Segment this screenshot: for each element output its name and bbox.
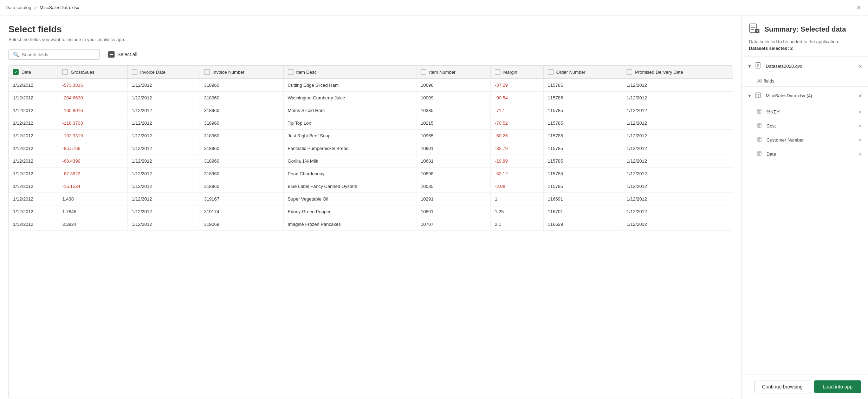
col-checkbox-promiseddeliverydate[interactable] — [627, 69, 632, 75]
table-row: 1/12/2012-102.33191/12/2012318960Just Ri… — [9, 130, 733, 142]
cell-ordernumber: 115785 — [543, 104, 622, 117]
col-header-grosssales[interactable]: GrossSales — [58, 66, 127, 79]
search-input[interactable] — [22, 52, 95, 57]
table-row: 1/12/2012-118.37031/12/2012318960Tip Top… — [9, 117, 733, 130]
cell-invoicenumber: 318960 — [200, 168, 283, 180]
cell-invoicenumber: 319069 — [200, 218, 283, 231]
cell-date: 1/12/2012 — [9, 79, 58, 92]
summary-datasets: Datasets selected: 2 — [749, 46, 861, 51]
col-header-promiseddeliverydate[interactable]: Promised Delivery Date — [622, 66, 733, 79]
field-remove-button[interactable]: ✕ — [858, 123, 862, 129]
cell-itemdesc: Cutting Edge Sliced Ham — [283, 79, 416, 92]
dataset-header-2[interactable]: ▼ MiscSalesData.xlsx (4) ✕ — [742, 87, 868, 105]
cell-itemnumber: 10707 — [416, 218, 491, 231]
cell-itemdesc: Gorilla 1% Milk — [283, 155, 416, 168]
cell-date: 1/12/2012 — [9, 155, 58, 168]
field-remove-button[interactable]: ✕ — [858, 137, 862, 143]
cell-invoicedate: 1/12/2012 — [127, 193, 200, 205]
cell-itemnumber: 10291 — [416, 193, 491, 205]
cell-grosssales: 1.7848 — [58, 205, 127, 218]
col-checkbox-itemdesc[interactable] — [288, 69, 293, 75]
table-row: 1/12/2012-573.38351/12/2012318960Cutting… — [9, 79, 733, 92]
chevron-icon-1: ▼ — [747, 64, 752, 69]
summary-title: Summary: Selected data — [764, 25, 846, 33]
cell-invoicenumber: 318960 — [200, 92, 283, 104]
dataset-close-1[interactable]: ✕ — [858, 64, 862, 69]
col-checkbox-ordernumber[interactable] — [548, 69, 553, 75]
cell-itemdesc: Ebony Green Pepper — [283, 205, 416, 218]
field-remove-button[interactable]: ✕ — [858, 151, 862, 157]
cell-promiseddeliverydate: 1/12/2012 — [622, 79, 733, 92]
col-checkbox-itemnumber[interactable] — [421, 69, 426, 75]
breadcrumb-catalog[interactable]: Data catalog — [6, 5, 31, 10]
cell-grosssales: -102.3319 — [58, 130, 127, 142]
cell-invoicenumber: 319174 — [200, 205, 283, 218]
cell-date: 1/12/2012 — [9, 218, 58, 231]
select-all-icon — [108, 51, 115, 58]
cell-invoicedate: 1/12/2012 — [127, 155, 200, 168]
cell-grosssales: -573.3835 — [58, 79, 127, 92]
cell-invoicenumber: 318960 — [200, 79, 283, 92]
table-row: 1/12/2012-67.38221/12/2012318960Pearl Ch… — [9, 168, 733, 180]
cell-margin: 1.25 — [491, 205, 544, 218]
cell-date: 1/12/2012 — [9, 142, 58, 155]
load-into-app-button[interactable]: Load into app — [814, 380, 861, 393]
cell-ordernumber: 115785 — [543, 130, 622, 142]
col-checkbox-margin[interactable] — [495, 69, 500, 75]
cell-invoicedate: 1/12/2012 — [127, 117, 200, 130]
search-box[interactable]: 🔍 — [8, 49, 100, 60]
cell-itemnumber: 10009 — [416, 92, 491, 104]
col-checkbox-invoicedate[interactable] — [132, 69, 137, 75]
cell-promiseddeliverydate: 1/12/2012 — [622, 142, 733, 155]
col-checkbox-grosssales[interactable] — [62, 69, 68, 75]
cell-invoicedate: 1/12/2012 — [127, 92, 200, 104]
cell-itemdesc: Moms Sliced Ham — [283, 104, 416, 117]
col-header-itemnumber[interactable]: Item Number — [416, 66, 491, 79]
cell-invoicedate: 1/12/2012 — [127, 142, 200, 155]
cell-margin: 2.1 — [491, 218, 544, 231]
field-icon — [757, 151, 763, 157]
cell-itemnumber: 10035 — [416, 180, 491, 193]
field-icon — [757, 109, 763, 115]
data-table-container[interactable]: Date GrossSales Invoic — [8, 65, 733, 399]
main-content: Select fields Select the fields you want… — [0, 15, 868, 399]
continue-browsing-button[interactable]: Continue browsing — [754, 380, 810, 393]
col-header-margin[interactable]: Margin — [491, 66, 544, 79]
cell-itemdesc: Imagine Frozen Pancakes — [283, 218, 416, 231]
close-button[interactable]: × — [855, 2, 862, 13]
field-icon — [757, 123, 763, 129]
cell-ordernumber: 115785 — [543, 92, 622, 104]
col-header-ordernumber[interactable]: Order Number — [543, 66, 622, 79]
breadcrumb-separator: > — [34, 5, 37, 10]
col-header-itemdesc[interactable]: Item Desc — [283, 66, 416, 79]
table-row: 1/12/20121.4381/12/2012319167Super Veget… — [9, 193, 733, 205]
cell-invoicedate: 1/12/2012 — [127, 218, 200, 231]
dataset-section-2: ▼ MiscSalesData.xlsx (4) ✕ — [742, 87, 868, 161]
col-checkbox-invoicenumber[interactable] — [204, 69, 210, 75]
cell-promiseddeliverydate: 1/12/2012 — [622, 92, 733, 104]
table-row: 1/12/2012-16.15341/12/2012318960Blue Lab… — [9, 180, 733, 193]
field-remove-button[interactable]: ✕ — [858, 109, 862, 115]
col-header-invoicedate[interactable]: Invoice Date — [127, 66, 200, 79]
cell-promiseddeliverydate: 1/12/2012 — [622, 104, 733, 117]
right-panel: Summary: Selected data Data selected to … — [741, 15, 868, 399]
right-footer: Continue browsing Load into app — [742, 374, 868, 399]
cell-invoicedate: 1/12/2012 — [127, 168, 200, 180]
dataset-header-1[interactable]: ▼ Datasets2020.qvd ✕ — [742, 57, 868, 76]
dataset-file-icon-2 — [755, 92, 762, 100]
cell-promiseddeliverydate: 1/12/2012 — [622, 130, 733, 142]
cell-ordernumber: 115785 — [543, 168, 622, 180]
table-row: 1/12/2012-165.80161/12/2012318960Moms Sl… — [9, 104, 733, 117]
dataset-close-2[interactable]: ✕ — [858, 93, 862, 99]
top-bar: Data catalog > MiscSalesData.xlsx × — [0, 0, 868, 15]
col-checkbox-date[interactable] — [13, 69, 19, 75]
cell-invoicedate: 1/12/2012 — [127, 79, 200, 92]
field-icon — [757, 137, 763, 143]
cell-margin: -60.26 — [491, 130, 544, 142]
select-all-button[interactable]: Select all — [105, 49, 140, 60]
cell-invoicedate: 1/12/2012 — [127, 104, 200, 117]
table-row: 1/12/2012-68.43991/12/2012318960Gorilla … — [9, 155, 733, 168]
data-table: Date GrossSales Invoic — [9, 66, 733, 231]
col-header-invoicenumber[interactable]: Invoice Number — [200, 66, 283, 79]
col-header-date[interactable]: Date — [9, 66, 58, 79]
